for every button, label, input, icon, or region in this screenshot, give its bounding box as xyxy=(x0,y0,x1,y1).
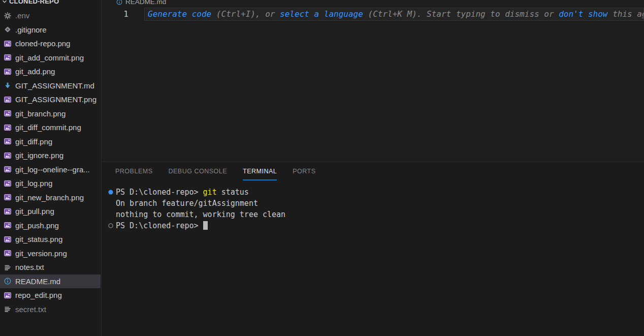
image-icon xyxy=(4,96,12,104)
git-icon xyxy=(4,25,12,34)
ghost-text-link[interactable]: Generate code xyxy=(148,9,211,19)
file-row[interactable]: git_status.png xyxy=(0,232,101,247)
chevron-down-icon xyxy=(1,0,8,5)
file-row[interactable]: git_ignore.png xyxy=(0,148,101,163)
markdown-icon xyxy=(4,81,12,89)
file-list: .env.gitignorecloned-repo.pnggit_add_com… xyxy=(0,9,101,316)
ghost-text: this again. xyxy=(608,9,644,19)
file-name: .gitignore xyxy=(15,25,47,34)
file-row[interactable]: README.md xyxy=(0,274,101,289)
terminal-line: On branch feature/gitAssignment xyxy=(116,198,644,209)
terminal-text: PS D:\cloned-repo> xyxy=(116,188,203,197)
explorer-sidebar: CLONED-REPO .env.gitignorecloned-repo.pn… xyxy=(0,0,102,336)
file-name: .env xyxy=(15,11,29,20)
image-icon xyxy=(4,151,12,160)
file-row[interactable]: repo_edit.png xyxy=(0,288,101,302)
terminal[interactable]: PS D:\cloned-repo> git statusOn branch f… xyxy=(116,187,644,336)
image-icon xyxy=(4,291,12,299)
terminal-text: nothing to commit, working tree clean xyxy=(116,210,285,219)
file-row[interactable]: notes.txt xyxy=(0,260,101,274)
file-row[interactable]: git_push.png xyxy=(0,219,101,233)
breadcrumb[interactable]: README.md xyxy=(102,0,644,7)
file-name: git_diff_commit.png xyxy=(15,123,81,132)
file-name: GIT_ASSIGNMENT.md xyxy=(15,81,94,90)
inline-suggestion-hint: Generate code (Ctrl+I), or select a lang… xyxy=(144,8,644,21)
terminal-line: PS D:\cloned-repo> git status xyxy=(116,187,644,198)
image-icon xyxy=(4,235,12,243)
file-name: repo_edit.png xyxy=(15,291,62,299)
file-row[interactable]: git_log--oneline--gra... xyxy=(0,163,101,177)
file-name: secret.txt xyxy=(15,305,46,314)
image-icon xyxy=(4,137,12,145)
file-name: git_pull.png xyxy=(15,207,54,216)
image-icon xyxy=(4,221,12,229)
panel-tab-terminal[interactable]: TERMINAL xyxy=(243,162,277,180)
file-row[interactable]: git_diff.png xyxy=(0,135,101,149)
explorer-section-header[interactable]: CLONED-REPO xyxy=(0,0,101,7)
image-icon xyxy=(4,124,12,132)
file-row[interactable]: GIT_ASSIGNMENT.png xyxy=(0,93,101,107)
file-name: git_branch.png xyxy=(15,109,66,118)
file-name: notes.txt xyxy=(15,263,44,271)
code-editor[interactable]: 1 Generate code (Ctrl+I), or select a la… xyxy=(102,7,644,162)
command-success-decoration-icon[interactable] xyxy=(107,188,115,196)
file-row[interactable]: GIT_ASSIGNMENT.md xyxy=(0,79,101,93)
terminal-cursor xyxy=(203,221,208,230)
panel-tab-bar: PROBLEMSDEBUG CONSOLETERMINALPORTS xyxy=(102,162,644,180)
panel-tab-problems[interactable]: PROBLEMS xyxy=(115,162,152,180)
image-icon xyxy=(4,68,12,76)
file-row[interactable]: git_version.png xyxy=(0,247,101,261)
terminal-text: On branch feature/gitAssignment xyxy=(116,199,258,208)
editor-line-1: 1 Generate code (Ctrl+I), or select a la… xyxy=(102,7,644,21)
file-row[interactable]: git_pull.png xyxy=(0,204,101,219)
image-icon xyxy=(4,40,12,48)
ghost-text: (Ctrl+K M). Start typing to dismiss or xyxy=(363,9,559,19)
image-icon xyxy=(4,249,12,257)
line-number: 1 xyxy=(102,9,128,19)
panel-tab-ports[interactable]: PORTS xyxy=(293,162,315,180)
file-name: GIT_ASSIGNMENT.png xyxy=(15,95,96,104)
file-name: git_add.png xyxy=(15,67,55,76)
terminal-text: status xyxy=(217,188,249,197)
file-row[interactable]: git_branch.png xyxy=(0,107,101,121)
file-row[interactable]: secret.txt xyxy=(0,302,101,317)
image-icon xyxy=(4,165,12,173)
file-row[interactable]: git_add_commit.png xyxy=(0,51,101,65)
image-icon xyxy=(4,179,12,188)
breadcrumb-filename: README.md xyxy=(125,0,166,6)
ghost-text-link[interactable]: don't show xyxy=(559,9,607,19)
file-row[interactable]: .gitignore xyxy=(0,23,101,37)
file-name: git_diff.png xyxy=(15,137,52,146)
ghost-text-link[interactable]: select a language xyxy=(280,9,363,19)
file-row[interactable]: git_log.png xyxy=(0,176,101,191)
file-name: git_add_commit.png xyxy=(15,53,84,62)
file-name: git_push.png xyxy=(15,221,59,230)
terminal-command-text: git xyxy=(203,188,217,197)
ghost-text: (Ctrl+I), or xyxy=(211,9,280,19)
gear-icon xyxy=(4,12,12,20)
file-row[interactable]: git_diff_commit.png xyxy=(0,120,101,135)
file-row[interactable]: .env xyxy=(0,9,101,23)
editor-area: README.md 1 Generate code (Ctrl+I), or s… xyxy=(102,0,644,336)
prompt-decoration-icon xyxy=(107,222,115,230)
file-row[interactable]: git_new_branch.png xyxy=(0,191,101,205)
file-name: git_new_branch.png xyxy=(15,193,84,202)
text-file-icon xyxy=(4,263,12,271)
image-icon xyxy=(4,193,12,201)
image-icon xyxy=(4,207,12,216)
file-row[interactable]: cloned-repo.png xyxy=(0,37,101,51)
terminal-text: PS D:\cloned-repo> xyxy=(116,221,203,230)
info-icon xyxy=(116,0,123,6)
panel-tab-debug-console[interactable]: DEBUG CONSOLE xyxy=(168,162,227,180)
file-name: git_log--oneline--gra... xyxy=(15,165,90,174)
vscode-window: { "colors": { "accent": "#0078d4", "link… xyxy=(0,0,644,336)
file-name: cloned-repo.png xyxy=(15,39,70,48)
file-name: README.md xyxy=(15,277,60,286)
image-icon xyxy=(4,53,12,62)
bottom-panel: PROBLEMSDEBUG CONSOLETERMINALPORTS PS D:… xyxy=(102,162,644,336)
image-icon xyxy=(4,109,12,117)
file-name: git_status.png xyxy=(15,235,62,243)
text-file-icon xyxy=(4,305,12,313)
explorer-root-label: CLONED-REPO xyxy=(9,0,59,5)
file-row[interactable]: git_add.png xyxy=(0,65,101,79)
